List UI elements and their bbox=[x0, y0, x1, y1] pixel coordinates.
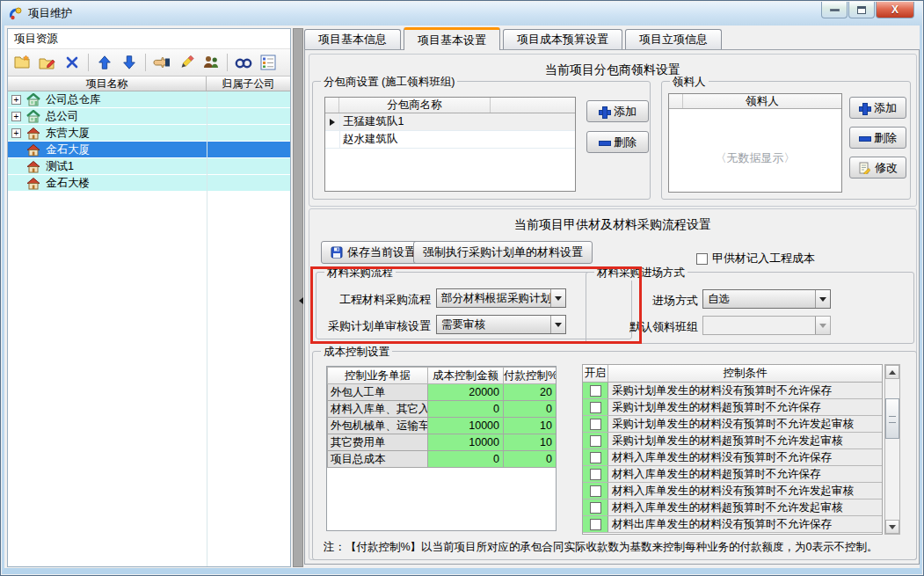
tree-row-label: 东营大厦 bbox=[46, 126, 90, 141]
checkbox-icon[interactable] bbox=[590, 485, 601, 497]
expand-icon[interactable]: + bbox=[11, 128, 21, 138]
add-folder-icon[interactable] bbox=[12, 52, 33, 73]
control-percent-value[interactable]: 10 bbox=[504, 434, 557, 451]
column-control-percent[interactable]: 付款控制% bbox=[504, 368, 557, 384]
tree-row[interactable]: + 金石大厦 bbox=[8, 142, 290, 158]
checkbox-icon[interactable] bbox=[590, 402, 601, 413]
edit-folder-icon[interactable] bbox=[37, 52, 58, 73]
checkbox-icon[interactable] bbox=[590, 469, 601, 480]
move-up-icon[interactable] bbox=[94, 52, 115, 73]
condition-text: 材料入库单发生的材料超预算时不允许保存 bbox=[608, 466, 882, 482]
restore-button[interactable] bbox=[848, 2, 875, 18]
cost-control-row[interactable]: 其它费用单 10000 10 bbox=[328, 434, 557, 451]
control-amount-value[interactable]: 20000 bbox=[428, 384, 504, 401]
subcontractor-row[interactable]: 王猛建筑队1 bbox=[325, 113, 575, 131]
owner-material-cost-option[interactable]: 甲供材记入工程成本 bbox=[696, 251, 815, 266]
close-button[interactable]: X bbox=[876, 2, 914, 18]
tree-row[interactable]: + 金石大楼 bbox=[8, 175, 290, 192]
condition-row[interactable]: 采购计划单发生的材料超预算时不允许保存 bbox=[583, 399, 882, 416]
condition-row[interactable]: 采购计划单发生的材料没有预算时不允许发起审核 bbox=[583, 416, 882, 433]
control-percent-value[interactable]: 10 bbox=[504, 418, 557, 434]
subcontractor-name: 赵水建筑队 bbox=[339, 131, 491, 148]
tab[interactable]: 项目立项信息 bbox=[625, 29, 722, 49]
app-icon bbox=[8, 6, 23, 21]
column-project-name[interactable]: 项目名称 bbox=[8, 77, 207, 91]
expand-icon[interactable]: + bbox=[11, 112, 21, 121]
expand-icon[interactable]: + bbox=[11, 95, 21, 105]
condition-row[interactable]: 材料入库单发生的材料没有预算时不允许保存 bbox=[583, 449, 882, 466]
tree-row-label: 金石大楼 bbox=[46, 176, 90, 191]
cost-control-row[interactable]: 外包人工单 20000 20 bbox=[328, 384, 557, 401]
condition-row[interactable]: 采购计划单发生的材料没有预算时不允许保存 bbox=[583, 383, 882, 399]
save-settings-button[interactable]: 保存当前设置 bbox=[321, 241, 426, 264]
delete-icon[interactable] bbox=[62, 52, 83, 73]
control-amount-value[interactable]: 0 bbox=[428, 451, 504, 468]
add-subcontractor-button[interactable]: 添加 bbox=[586, 100, 649, 122]
cost-control-row[interactable]: 材料入库单、其它入库单 0 0 bbox=[328, 401, 557, 418]
condition-row[interactable]: 材料出库单发生的材料没有预算时不允许保存 bbox=[583, 516, 882, 533]
house-icon bbox=[26, 93, 40, 106]
column-sub-company[interactable]: 归属子公司 bbox=[207, 77, 290, 91]
subcontractor-row[interactable]: 赵水建筑队 bbox=[325, 131, 575, 149]
condition-row[interactable]: 材料入库单发生的材料超预算时不允许保存 bbox=[583, 466, 882, 483]
column-enabled[interactable]: 开启 bbox=[583, 365, 608, 382]
add-picker-button[interactable]: 添加 bbox=[849, 97, 906, 119]
scroll-down-icon[interactable] bbox=[885, 520, 899, 534]
control-amount-value[interactable]: 0 bbox=[428, 401, 504, 418]
column-condition[interactable]: 控制条件 bbox=[608, 365, 882, 382]
tab[interactable]: 项目基本设置 bbox=[404, 27, 500, 50]
force-material-settings-button[interactable]: 强制执行采购计划单的材料设置 bbox=[413, 241, 593, 264]
delete-subcontractor-button[interactable]: 删除 bbox=[586, 131, 649, 153]
control-amount-value[interactable]: 10000 bbox=[428, 434, 504, 451]
delete-picker-button[interactable]: 删除 bbox=[849, 127, 906, 149]
entry-mode-combobox[interactable]: 自选 bbox=[702, 289, 831, 309]
move-down-icon[interactable] bbox=[119, 52, 140, 73]
view-detail-icon[interactable] bbox=[258, 52, 279, 73]
find-icon[interactable] bbox=[233, 52, 254, 73]
control-percent-value[interactable]: 20 bbox=[504, 384, 557, 401]
cost-control-row[interactable]: 项目总成本 0 0 bbox=[328, 451, 557, 468]
control-percent-value[interactable]: 0 bbox=[504, 451, 557, 468]
column-control-amount[interactable]: 成本控制金额 bbox=[428, 368, 504, 384]
checkbox-icon[interactable] bbox=[590, 385, 601, 397]
checkbox-icon[interactable] bbox=[590, 419, 601, 430]
tree-row[interactable]: + 总公司 bbox=[8, 108, 290, 125]
select-hand-icon[interactable] bbox=[151, 52, 172, 73]
checkbox-icon[interactable] bbox=[590, 435, 601, 447]
subcontractor-group: 分包商设置 (施工领料班组) 分包商名称 王猛建筑队1 bbox=[312, 81, 651, 200]
column-control-doc[interactable]: 控制业务单据 bbox=[328, 368, 428, 384]
toolbar-separator bbox=[227, 54, 228, 71]
scroll-up-icon[interactable] bbox=[885, 365, 899, 379]
control-doc-name: 材料入库单、其它入库单 bbox=[328, 401, 428, 418]
edit-pencil-icon[interactable] bbox=[176, 52, 197, 73]
condition-row[interactable]: 采购计划单发生的材料超预算时不允许发起审核 bbox=[583, 433, 882, 449]
control-percent-value[interactable]: 0 bbox=[504, 401, 557, 418]
condition-row[interactable]: 材料入库单发生的材料没有预算时不允许发起审核 bbox=[583, 483, 882, 499]
enabled-cell bbox=[583, 383, 608, 398]
tree-row[interactable]: + 测试1 bbox=[8, 158, 290, 175]
cost-control-row[interactable]: 外包机械单、运输车单 10000 10 bbox=[328, 418, 557, 434]
tab[interactable]: 项目成本预算设置 bbox=[503, 29, 622, 49]
tree-row[interactable]: + 公司总仓库 bbox=[8, 91, 290, 108]
scroll-thumb[interactable] bbox=[885, 398, 899, 439]
tree-row[interactable]: + 东营大厦 bbox=[8, 125, 290, 142]
project-tree: + 公司总仓库 + 总公司 bbox=[8, 91, 290, 566]
users-icon[interactable] bbox=[200, 52, 222, 73]
control-amount-value[interactable]: 10000 bbox=[428, 418, 504, 434]
column-subcontractor-name[interactable]: 分包商名称 bbox=[339, 98, 491, 113]
condition-row[interactable]: 材料入库单发生的材料超预算时不允许发起审核 bbox=[583, 499, 882, 516]
modify-picker-button[interactable]: 修改 bbox=[849, 157, 906, 179]
checkbox-icon[interactable] bbox=[696, 253, 708, 265]
app-window: 项目维护 X 项目资源 bbox=[0, 0, 924, 576]
conditions-scrollbar[interactable] bbox=[884, 364, 900, 535]
column-picker-name[interactable]: 领料人 bbox=[683, 94, 841, 108]
checkbox-icon[interactable] bbox=[590, 452, 601, 463]
dropdown-arrow-icon[interactable] bbox=[815, 290, 830, 308]
panel-splitter[interactable] bbox=[293, 28, 303, 567]
tab-label: 项目基本信息 bbox=[318, 33, 387, 46]
checkbox-icon[interactable] bbox=[590, 502, 601, 514]
checkbox-icon[interactable] bbox=[590, 519, 601, 530]
minimize-button[interactable] bbox=[821, 2, 848, 18]
tab[interactable]: 项目基本信息 bbox=[304, 29, 401, 49]
window-title: 项目维护 bbox=[28, 6, 72, 21]
